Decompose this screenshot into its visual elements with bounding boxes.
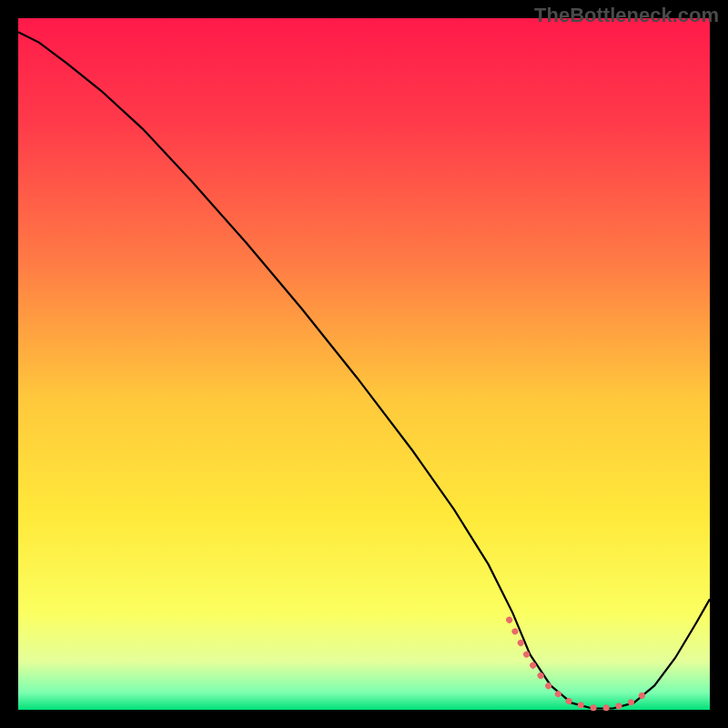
chart-svg bbox=[0, 0, 728, 728]
gradient-background bbox=[18, 18, 710, 710]
chart-container: TheBottleneck.com bbox=[0, 0, 728, 728]
watermark-text: TheBottleneck.com bbox=[534, 4, 719, 27]
